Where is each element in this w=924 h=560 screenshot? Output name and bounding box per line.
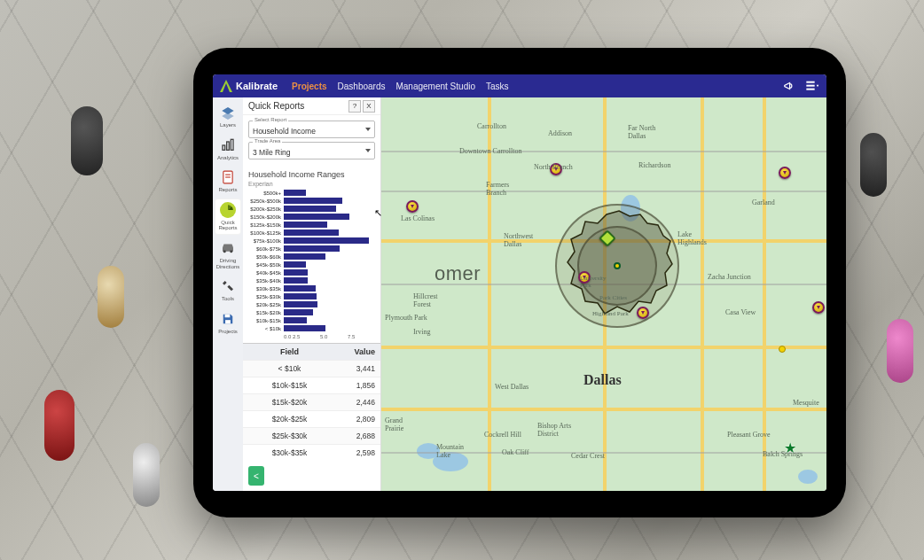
tablet-frame: Kalibrate Projects Dashboards Management… — [193, 48, 846, 517]
rail-driving-directions[interactable]: Driving Directions — [215, 237, 241, 273]
chart-bar-row: $125k-$150k — [248, 221, 375, 229]
svg-rect-16 — [225, 315, 231, 318]
chart-bar-row: $250k-$500k — [248, 197, 375, 205]
reports-icon — [220, 169, 236, 185]
chart-bar-row: $60k-$75k — [248, 245, 375, 253]
svg-rect-10 — [231, 139, 233, 150]
table-row[interactable]: $10k-$15k1,856 — [243, 377, 380, 393]
select-report-dropdown[interactable]: Select Report Household Income — [248, 121, 375, 138]
rail-quick-reports[interactable]: Quick Reports — [215, 198, 241, 235]
svg-rect-4 — [806, 89, 814, 90]
chevron-down-icon — [365, 128, 371, 131]
chart-bar-row: $35k-$40k — [248, 276, 375, 284]
map-marker[interactable] — [637, 307, 649, 319]
chart-bar-row: $50k-$60k — [248, 253, 375, 261]
announce-icon[interactable] — [782, 79, 796, 93]
svg-rect-13 — [225, 177, 231, 178]
nav-dashboards[interactable]: Dashboards — [338, 82, 386, 91]
map-marker[interactable] — [406, 200, 419, 213]
map-marker[interactable] — [779, 167, 791, 179]
svg-rect-8 — [223, 145, 225, 150]
table-row[interactable]: $25k-$30k2,688 — [243, 427, 380, 444]
app-screen: Kalibrate Projects Dashboards Management… — [213, 74, 826, 491]
save-icon — [220, 311, 236, 327]
svg-rect-2 — [806, 82, 814, 83]
quick-reports-panel: Quick Reports ? X Select Report Househol… — [243, 97, 381, 491]
nav-management-studio[interactable]: Management Studio — [395, 82, 475, 91]
chart-bar-row: $200k-$250k — [248, 205, 375, 213]
chart-bar-row: $100k-$125k — [248, 229, 375, 237]
table-row[interactable]: $20k-$25k2,809 — [243, 410, 380, 427]
trade-area-center[interactable] — [614, 262, 621, 269]
chart-bar-row: $75k-$100k — [248, 237, 375, 245]
chart-bar-row: $10k-$15k — [248, 316, 375, 324]
rail-layers[interactable]: Layers — [215, 101, 241, 132]
chart-bar-row: $40k-$45k — [248, 268, 375, 276]
rail-projects[interactable]: Projects — [215, 307, 241, 338]
map-point[interactable] — [779, 346, 786, 353]
chart-source: Experian — [243, 181, 380, 189]
quick-reports-icon — [220, 202, 236, 218]
nav-tasks[interactable]: Tasks — [486, 82, 509, 91]
svg-marker-5 — [817, 85, 819, 88]
map-watermark: omer — [435, 262, 481, 285]
chart-bar-row: $45k-$50k — [248, 261, 375, 268]
brand-name: Kalibrate — [236, 81, 278, 91]
panel-help-button[interactable]: ? — [348, 100, 361, 113]
svg-rect-12 — [225, 175, 231, 175]
chart-bar-row: $15k-$20k — [248, 308, 375, 316]
tools-icon — [220, 278, 236, 294]
car-icon — [220, 240, 236, 256]
trade-area-dropdown[interactable]: Trade Area 3 Mile Ring — [248, 142, 375, 159]
top-nav: Kalibrate Projects Dashboards Management… — [213, 74, 826, 97]
panel-title: Quick Reports — [248, 101, 304, 111]
chart-bar-row: $25k-$30k — [248, 292, 375, 300]
chart-bar-row: $20k-$25k — [248, 300, 375, 308]
table-row[interactable]: < $10k3,441 — [243, 360, 380, 377]
svg-rect-17 — [225, 320, 231, 323]
svg-point-14 — [223, 250, 226, 253]
chart-bar-row: $150k-$200k — [248, 213, 375, 221]
menu-dropdown-icon[interactable] — [805, 79, 819, 93]
rail-tools[interactable]: Tools — [215, 275, 241, 306]
tool-rail: Layers Analytics Reports Quick Reports D… — [213, 97, 243, 491]
logo-icon — [220, 80, 232, 92]
layers-icon — [220, 105, 236, 121]
table-row[interactable]: $15k-$20k2,446 — [243, 393, 380, 410]
panel-close-button[interactable]: X — [363, 100, 375, 113]
svg-point-15 — [230, 250, 232, 253]
chart-title: Household Income Ranges — [243, 168, 380, 181]
chart-bar-row: $30k-$35k — [248, 284, 375, 292]
map-canvas[interactable]: ★ omer Dallas Carrollton Addison Far Nor… — [381, 97, 826, 491]
chart-bar-row: < $10k — [248, 324, 375, 332]
table-header-value: Value — [336, 344, 380, 360]
rail-analytics[interactable]: Analytics — [215, 134, 241, 165]
svg-rect-3 — [806, 85, 814, 87]
svg-marker-7 — [222, 113, 233, 120]
nav-projects[interactable]: Projects — [292, 82, 326, 91]
chevron-down-icon — [365, 149, 371, 152]
city-label-dallas: Dallas — [583, 372, 622, 388]
analytics-icon — [220, 137, 236, 153]
collapse-panel-button[interactable]: < — [248, 466, 264, 486]
data-table: Field Value < $10k3,441$10k-$15k1,856$15… — [243, 343, 380, 461]
table-header-field: Field — [243, 344, 336, 360]
svg-rect-9 — [227, 142, 230, 150]
table-row[interactable]: $30k-$35k2,598 — [243, 444, 380, 461]
chart-bar-row: $500k+ — [248, 189, 375, 197]
rail-reports[interactable]: Reports — [215, 166, 241, 197]
income-bar-chart: $500k+$250k-$500k$200k-$250k$150k-$200k$… — [243, 189, 380, 343]
map-marker[interactable] — [812, 301, 825, 314]
